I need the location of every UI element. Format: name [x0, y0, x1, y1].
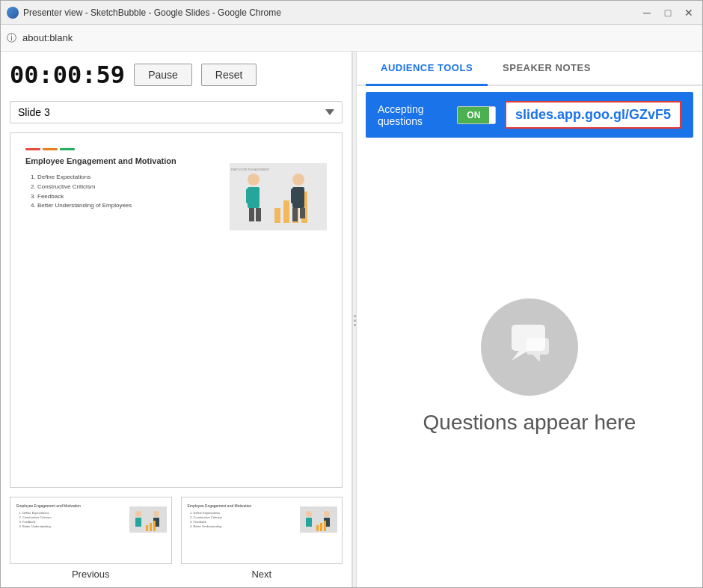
toggle-off[interactable] — [489, 107, 496, 123]
svg-rect-28 — [306, 518, 312, 527]
mini-prev-image — [129, 506, 167, 533]
svg-marker-37 — [532, 355, 540, 362]
timer-row: 00:00:59 Pause Reset — [10, 61, 343, 89]
svg-rect-31 — [316, 525, 319, 531]
title-bar: Presenter view - SketchBubble - Google S… — [1, 1, 702, 25]
next-slide-item[interactable]: Employee Engagement and Motivation Defin… — [181, 497, 343, 580]
chat-icon-circle — [481, 298, 578, 396]
chrome-icon — [7, 7, 19, 19]
svg-rect-20 — [135, 518, 141, 527]
svg-point-27 — [306, 511, 312, 517]
tabs-bar: AUDIENCE TOOLS SPEAKER NOTES — [357, 52, 702, 86]
left-panel: 00:00:59 Pause Reset Slide 3 Employee En… — [1, 52, 352, 588]
chat-icon — [506, 317, 554, 376]
audience-url[interactable]: slides.app.goo.gl/GZvF5 — [505, 101, 681, 129]
questions-text: Questions appear here — [423, 411, 636, 435]
resize-dot-3 — [354, 324, 356, 326]
svg-rect-25 — [153, 521, 156, 531]
svg-marker-35 — [512, 351, 528, 361]
toggle-on[interactable]: ON — [458, 107, 489, 123]
svg-rect-10 — [256, 208, 261, 221]
svg-rect-14 — [300, 189, 304, 203]
close-button[interactable]: ✕ — [681, 5, 696, 20]
svg-rect-15 — [292, 208, 298, 221]
previous-slide-item[interactable]: Employee Engagement and Motivation Defin… — [10, 497, 172, 580]
main-container: 00:00:59 Pause Reset Slide 3 Employee En… — [1, 52, 702, 588]
next-thumbnail[interactable]: Employee Engagement and Motivation Defin… — [181, 497, 343, 564]
resize-dots — [354, 315, 356, 326]
svg-rect-7 — [246, 189, 251, 203]
svg-point-11 — [292, 174, 304, 186]
slide-illustration: EMPLOYEE ENGAGEMENT — [230, 163, 327, 230]
slide-selector[interactable]: Slide 3 — [10, 101, 343, 123]
svg-rect-24 — [150, 523, 152, 531]
info-icon: ⓘ — [7, 31, 16, 45]
slide-selector-row: Slide 3 — [10, 101, 343, 123]
questions-area: Questions appear here — [357, 144, 702, 588]
svg-rect-16 — [300, 208, 305, 218]
tab-audience-tools[interactable]: AUDIENCE TOOLS — [366, 52, 488, 86]
url-text: about:blank — [22, 32, 73, 43]
orange-bar — [43, 148, 58, 150]
svg-point-19 — [135, 511, 141, 517]
reset-button[interactable]: Reset — [201, 64, 257, 86]
accepting-text: Accepting questions — [378, 103, 448, 127]
main-slide-preview: Employee Engagement and Motivation Defin… — [10, 132, 343, 488]
title-bar-text: Presenter view - SketchBubble - Google S… — [23, 7, 281, 18]
svg-rect-8 — [255, 189, 260, 203]
slide-content: Employee Engagement and Motivation Defin… — [10, 133, 342, 487]
timer-display: 00:00:59 — [10, 61, 125, 89]
color-bars — [25, 148, 327, 150]
accepting-banner: Accepting questions ON slides.app.goo.gl… — [366, 92, 693, 138]
resize-dot-2 — [354, 319, 356, 322]
next-mini-slide: Employee Engagement and Motivation Defin… — [182, 497, 343, 563]
next-label: Next — [251, 569, 271, 580]
previous-label: Previous — [72, 569, 110, 580]
svg-rect-1 — [274, 208, 280, 223]
audience-tools-content: Accepting questions ON slides.app.goo.gl… — [357, 86, 702, 588]
tab-speaker-notes[interactable]: SPEAKER NOTES — [488, 52, 606, 86]
window-controls: ─ □ ✕ — [639, 5, 696, 20]
toggle-container[interactable]: ON — [457, 106, 496, 124]
maximize-button[interactable]: □ — [660, 5, 675, 20]
svg-rect-13 — [291, 189, 295, 203]
svg-rect-2 — [283, 200, 289, 223]
svg-rect-36 — [527, 338, 549, 355]
people-illustration: EMPLOYEE ENGAGEMENT — [230, 163, 327, 230]
red-bar — [25, 148, 40, 150]
resize-dot-1 — [354, 315, 356, 317]
svg-point-21 — [153, 511, 159, 517]
pause-button[interactable]: Pause — [134, 64, 192, 86]
right-panel: AUDIENCE TOOLS SPEAKER NOTES Accepting q… — [357, 52, 702, 588]
address-bar: ⓘ about:blank — [1, 25, 702, 52]
thumbnail-row: Employee Engagement and Motivation Defin… — [10, 497, 343, 580]
svg-point-5 — [248, 174, 260, 186]
minimize-button[interactable]: ─ — [639, 5, 654, 20]
green-bar — [60, 148, 75, 150]
previous-thumbnail[interactable]: Employee Engagement and Motivation Defin… — [10, 497, 172, 564]
svg-rect-23 — [146, 525, 148, 531]
svg-text:EMPLOYEE ENGAGEMENT: EMPLOYEE ENGAGEMENT — [231, 168, 270, 171]
svg-rect-33 — [324, 521, 326, 531]
mini-next-image — [300, 506, 337, 533]
svg-rect-32 — [320, 523, 322, 531]
svg-point-29 — [324, 511, 330, 517]
svg-rect-9 — [249, 208, 254, 221]
previous-mini-slide: Employee Engagement and Motivation Defin… — [10, 497, 171, 563]
